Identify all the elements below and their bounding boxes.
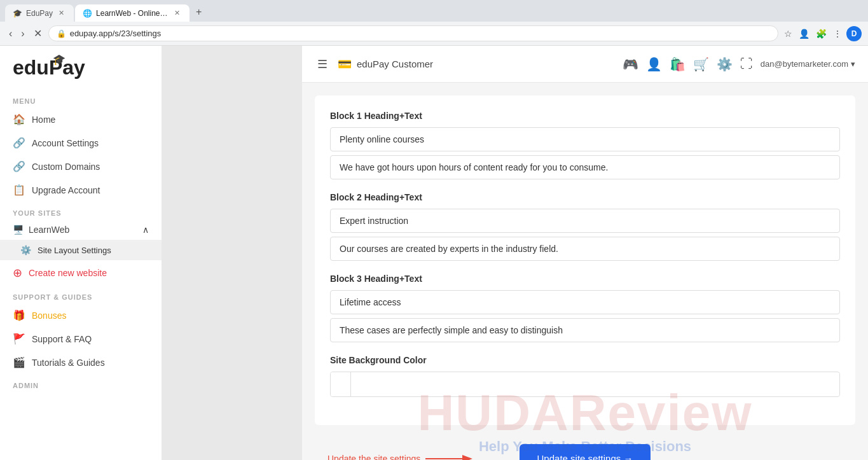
address-bar-row: ‹ › ✕ 🔒 edupay.app/s/23/settings ☆ 👤 🧩 ⋮… [0,22,868,45]
flag-icon: 🚩 [13,333,25,345]
tab-learnweb[interactable]: 🌐 LearnWeb - Online Courses ✕ [75,4,189,22]
nav-icon-settings[interactable]: ⚙️ [717,57,733,72]
sidebar-item-support-label: Support & FAQ [32,334,92,344]
block2-label: Block 2 Heading+Text [330,192,840,202]
brand-label: eduPay Customer [357,59,433,69]
forward-button[interactable]: › [18,27,27,41]
sidebar-item-custom-domains[interactable]: 🔗 Custom Domains [0,155,162,178]
custom-domains-icon: 🔗 [13,160,25,172]
sidebar-item-custom-domains-label: Custom Domains [32,162,100,172]
content-area: Block 1 Heading+Text Block 2 Heading+Tex… [302,83,868,460]
browser-chrome: 🎓 EduPay ✕ 🌐 LearnWeb - Online Courses ✕… [0,0,868,46]
video-icon: 🎬 [13,356,25,368]
logo-text: edu 🎓 Pay [13,56,85,80]
bg-color-label: Site Background Color [330,355,840,365]
menu-section-label: MENU [0,90,162,108]
admin-section-label: ADMIN [0,374,162,392]
brand-tag: 💳 eduPay Customer [338,57,433,71]
your-sites-label: YOUR SITES [0,202,162,220]
home-icon: 🏠 [13,113,25,125]
sidebar-item-home-label: Home [32,115,55,125]
nav-icon-shop[interactable]: 🛍️ [670,57,685,72]
block2-group: Block 2 Heading+Text [330,192,840,261]
extensions-btn[interactable]: 🧩 [814,27,829,41]
back-button[interactable]: ‹ [6,27,15,41]
block3-text-input[interactable] [330,318,840,342]
tab-bar: 🎓 EduPay ✕ 🌐 LearnWeb - Online Courses ✕… [0,0,868,22]
hamburger-button[interactable]: ☰ [315,55,330,74]
address-text: edupay.app/s/23/settings [70,29,770,38]
sidebar-item-support-faq[interactable]: 🚩 Support & FAQ [0,327,162,351]
update-hint: Update the site settings [327,451,476,461]
tab-edupay[interactable]: 🎓 EduPay ✕ [5,4,74,22]
sidebar-item-bonuses-label: Bonuses [32,310,66,321]
main-content: Block 1 Heading+Text Block 2 Heading+Tex… [302,83,868,460]
tab-favicon-active: 🌐 [83,9,92,18]
tab-close-btn[interactable]: ✕ [57,8,66,18]
support-section-label: SUPPORT & GUIDES [0,286,162,303]
form-section: Block 1 Heading+Text Block 2 Heading+Tex… [315,95,855,425]
logo-area: edu 🎓 Pay [0,46,162,90]
sidebar-item-bonuses[interactable]: 🎁 Bonuses [0,303,162,327]
user-email-text: dan@bytemarketer.com [761,59,848,69]
block2-text-input[interactable] [330,237,840,261]
top-nav: ☰ 💳 eduPay Customer 🎮 👤 🛍️ 🛒 ⚙️ ⛶ dan@by… [302,46,868,83]
block1-group: Block 1 Heading+Text [330,111,840,179]
menu-btn[interactable]: ⋮ [831,27,844,41]
block1-label: Block 1 Heading+Text [330,111,840,121]
nav-icon-cart[interactable]: 🛒 [693,57,709,72]
block1-heading-input[interactable] [330,127,840,151]
arrow-icon [425,451,476,461]
nav-icons: 🎮 👤 🛍️ 🛒 ⚙️ ⛶ dan@bytemarketer.com ▾ [623,57,855,72]
reload-button[interactable]: ✕ [31,26,45,41]
update-btn-label: Update site settings → [537,453,633,460]
sidebar-item-upgrade-account-label: Upgrade Account [32,185,100,195]
update-site-settings-button[interactable]: Update site settings → [520,444,651,460]
user-avatar: D [846,26,862,41]
gear-icon: ⚙️ [20,245,31,255]
plus-circle-icon: ⊕ [13,266,22,280]
profile-btn[interactable]: 👤 [797,27,811,41]
block1-text-input[interactable] [330,155,840,179]
user-email[interactable]: dan@bytemarketer.com ▾ [761,59,855,69]
learnweb-site-label: LearnWeb [29,225,69,235]
bonuses-icon: 🎁 [13,309,25,321]
new-tab-button[interactable]: + [191,4,207,20]
sidebar: edu 🎓 Pay MENU 🏠 Home 🔗 Account Settings… [0,46,162,460]
sidebar-item-account-settings-label: Account Settings [32,138,99,148]
upgrade-account-icon: 📋 [13,184,25,196]
address-bar[interactable]: 🔒 edupay.app/s/23/settings [48,25,778,41]
nav-icon-gamepad[interactable]: 🎮 [623,57,638,72]
tab-close-active-btn[interactable]: ✕ [172,8,182,18]
bg-color-group: Site Background Color [330,355,840,397]
bookmark-btn[interactable]: ☆ [782,27,794,41]
lock-icon: 🔒 [57,29,66,38]
learnweb-site-icon: 🖥️ [13,225,24,235]
color-input-row [330,372,840,397]
app-container: edu 🎓 Pay MENU 🏠 Home 🔗 Account Settings… [0,46,868,460]
sidebar-item-home[interactable]: 🏠 Home [0,108,162,131]
account-settings-icon: 🔗 [13,137,25,149]
sidebar-item-account-settings[interactable]: 🔗 Account Settings [0,131,162,155]
chevron-up-icon: ∧ [142,225,149,235]
sidebar-item-tutorials[interactable]: 🎬 Tutorials & Guides [0,351,162,374]
left-panel [162,46,302,460]
browser-actions: ☆ 👤 🧩 ⋮ D [782,26,862,41]
nav-icon-user[interactable]: 👤 [646,57,662,72]
block3-label: Block 3 Heading+Text [330,274,840,284]
color-hex-input[interactable] [351,373,839,396]
action-area: Update the site settings [315,425,855,460]
update-hint-text: Update the site settings [327,454,420,461]
block3-heading-input[interactable] [330,290,840,314]
nav-icon-expand[interactable]: ⛶ [740,57,753,71]
learnweb-site-header[interactable]: 🖥️ LearnWeb ∧ [0,220,162,240]
sidebar-item-upgrade-account[interactable]: 📋 Upgrade Account [0,178,162,202]
block2-heading-input[interactable] [330,209,840,233]
color-swatch[interactable] [331,372,351,396]
sidebar-item-tutorials-label: Tutorials & Guides [32,358,105,368]
site-layout-settings-label: Site Layout Settings [38,246,111,255]
tab-favicon: 🎓 [13,9,22,18]
sidebar-subitem-site-layout-settings[interactable]: ⚙️ Site Layout Settings [0,240,162,260]
dropdown-arrow-icon: ▾ [851,59,855,69]
create-new-website-item[interactable]: ⊕ Create new website [0,260,162,286]
